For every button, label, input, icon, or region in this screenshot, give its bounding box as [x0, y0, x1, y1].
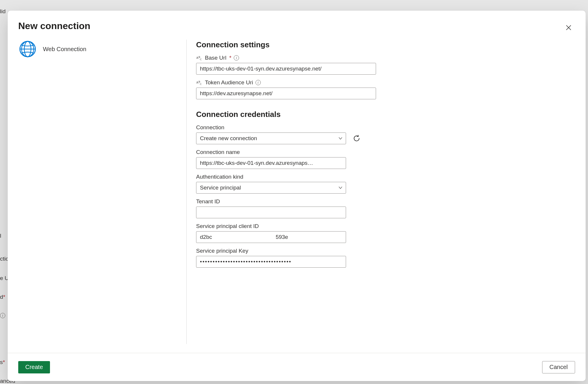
info-icon: i	[0, 313, 5, 318]
refresh-icon	[353, 135, 360, 142]
cancel-button[interactable]: Cancel	[542, 361, 575, 373]
info-icon[interactable]: i	[255, 80, 261, 85]
token-audience-label: Token Audience Uri	[205, 79, 253, 86]
field-sp-client-id: Service principal client ID	[196, 223, 376, 243]
sp-key-label: Service principal Key	[196, 248, 376, 254]
base-url-label: Base Url	[205, 55, 226, 61]
refresh-button[interactable]	[352, 134, 361, 143]
new-connection-modal: New connection Web Con	[8, 11, 586, 381]
text-type-icon: A B C	[196, 55, 203, 61]
connection-select[interactable]	[196, 133, 346, 144]
field-base-url: A B C Base Url * i	[196, 55, 376, 75]
sp-client-id-input[interactable]	[196, 231, 346, 243]
svg-text:A: A	[196, 81, 198, 84]
svg-text:A: A	[196, 56, 198, 59]
field-connection-name: Connection name	[196, 149, 376, 169]
connection-type-panel: Web Connection	[18, 39, 186, 353]
field-sp-key: Service principal Key	[196, 248, 376, 268]
close-icon	[565, 24, 572, 31]
svg-text:C: C	[200, 83, 202, 85]
svg-text:C: C	[200, 58, 202, 61]
required-marker: *	[229, 55, 231, 61]
modal-title: New connection	[18, 21, 568, 31]
close-button[interactable]	[563, 22, 574, 33]
field-auth-kind: Authentication kind	[196, 174, 376, 194]
sp-client-id-label: Service principal client ID	[196, 223, 376, 229]
base-url-input[interactable]	[196, 63, 376, 75]
tenant-id-label: Tenant ID	[196, 198, 376, 205]
connection-settings-heading: Connection settings	[196, 40, 575, 49]
field-connection: Connection	[196, 124, 376, 144]
create-button[interactable]: Create	[18, 361, 50, 373]
connection-type-label: Web Connection	[43, 46, 86, 53]
form-panel: Connection settings A B C Base Url * i	[187, 39, 575, 353]
field-tenant-id: Tenant ID	[196, 198, 376, 218]
token-audience-uri-input[interactable]	[196, 88, 376, 99]
info-icon[interactable]: i	[234, 55, 239, 61]
connection-credentials-heading: Connection credentials	[196, 110, 575, 119]
connection-name-input[interactable]	[196, 157, 346, 169]
globe-icon	[18, 40, 37, 58]
text-type-icon: A B C	[196, 80, 203, 86]
connection-label: Connection	[196, 124, 376, 131]
sp-key-input[interactable]	[196, 256, 346, 268]
auth-kind-label: Authentication kind	[196, 174, 376, 180]
modal-header: New connection	[8, 11, 586, 31]
field-token-audience-uri: A B C Token Audience Uri i	[196, 79, 376, 99]
connection-name-label: Connection name	[196, 149, 376, 155]
auth-kind-select[interactable]	[196, 182, 346, 194]
modal-footer: Create Cancel	[8, 353, 586, 381]
tenant-id-input[interactable]	[196, 207, 346, 218]
